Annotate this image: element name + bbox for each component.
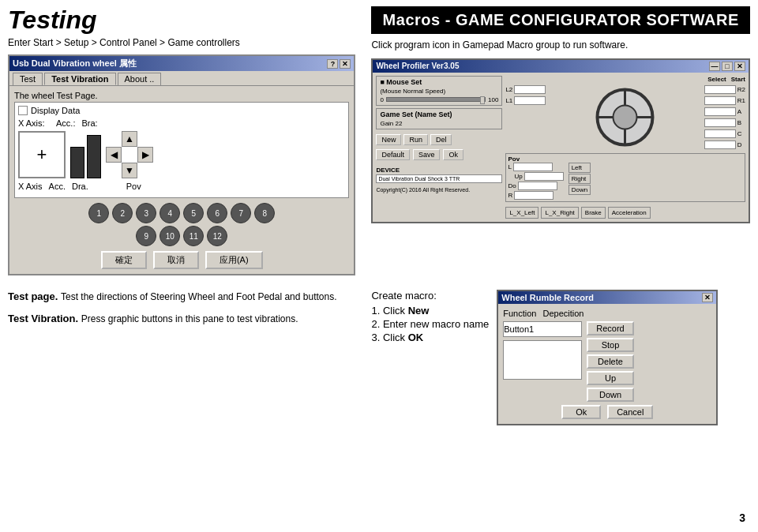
default-button[interactable]: Default xyxy=(376,149,410,160)
dpad-right[interactable]: ▶ xyxy=(137,147,153,163)
up-input[interactable] xyxy=(524,172,564,181)
lx-right-btn[interactable]: L_X_Right xyxy=(541,207,578,219)
game-value: Gain 22 xyxy=(380,120,498,127)
wheel-svg xyxy=(595,88,655,147)
d-input[interactable] xyxy=(704,140,736,149)
acc-bottom: Acc. xyxy=(49,182,66,191)
c-label: C xyxy=(737,130,742,137)
select-label: Select xyxy=(707,76,726,83)
btn-8[interactable]: 8 xyxy=(254,203,275,223)
tab-test[interactable]: Test xyxy=(13,73,43,85)
bar-1 xyxy=(70,147,84,178)
save-button[interactable]: Save xyxy=(413,149,441,160)
tab-test-vibration[interactable]: Test Vibration xyxy=(44,73,115,85)
btn-6[interactable]: 6 xyxy=(207,203,227,223)
mouse-normal-speed: (Mouse Normal Speed) xyxy=(380,88,498,95)
b-input[interactable] xyxy=(704,118,736,127)
btn-7[interactable]: 7 xyxy=(231,203,251,223)
stop-button[interactable]: Stop xyxy=(587,338,633,352)
titlebar-buttons: ? ✕ xyxy=(327,59,351,69)
mouse-set-title: ■ Mouse Set xyxy=(380,78,498,86)
l1-label: L1 xyxy=(505,97,512,104)
dialog-tabs: Test Test Vibration About .. xyxy=(9,71,354,85)
delete-button[interactable]: Delete xyxy=(587,354,633,369)
r1-label: R1 xyxy=(737,97,745,104)
speed-value: 100 xyxy=(488,96,498,103)
r2-input[interactable] xyxy=(704,85,736,94)
dpad-up[interactable]: ▲ xyxy=(122,131,137,147)
macros-title: Macros - GAME CONFIGURATOR SOFTWARE xyxy=(371,6,750,34)
right-buttons: R2 R1 A xyxy=(704,85,745,149)
down-input-btn[interactable]: Down xyxy=(568,185,591,195)
btn-11[interactable]: 11 xyxy=(183,226,204,246)
test-vibration-section: Test Vibration. Press graphic buttons in… xyxy=(8,312,355,326)
acceleration-btn[interactable]: Acceleration xyxy=(608,207,651,219)
r1-input[interactable] xyxy=(704,96,736,105)
display-data-checkbox[interactable] xyxy=(18,106,28,115)
l2-input[interactable] xyxy=(514,85,546,94)
dpad-left[interactable]: ◀ xyxy=(106,147,122,163)
ok-button[interactable]: Ok xyxy=(443,149,463,160)
ok-button[interactable]: Ok xyxy=(561,405,601,419)
profiler-maximize-btn[interactable]: □ xyxy=(722,62,733,71)
new-button[interactable]: New xyxy=(376,134,401,145)
c-input[interactable] xyxy=(704,129,736,138)
usb-dialog-title: Usb Dual Vibration wheel 属性 xyxy=(13,58,137,69)
do-input[interactable] xyxy=(518,182,557,190)
dpad-down[interactable]: ▼ xyxy=(122,163,137,178)
btn-5[interactable]: 5 xyxy=(183,203,204,223)
rumble-btn-col: Record Stop Delete Up Down xyxy=(587,321,633,402)
create-macro-section: Create macro: 1. Click New 2. Enter new … xyxy=(371,290,489,418)
up-button[interactable]: Up xyxy=(587,371,633,385)
tab-about[interactable]: About .. xyxy=(118,73,162,85)
click-program-text: Click program icon in Gamepad Macro grou… xyxy=(371,39,750,52)
speed-slider-row: 0 100 xyxy=(380,96,498,103)
axis-btns-row: L_X_Left L_X_Right Brake Acceleration xyxy=(505,207,745,219)
del-button[interactable]: Del xyxy=(430,134,452,145)
pov-r-row: R xyxy=(508,191,563,200)
btn-2[interactable]: 2 xyxy=(112,203,133,223)
l1-input[interactable] xyxy=(514,96,546,105)
l-input[interactable] xyxy=(513,163,553,171)
r2-row: R2 xyxy=(704,85,745,94)
speed-zero: 0 xyxy=(380,96,383,103)
dra-bottom: Dra. xyxy=(72,182,88,191)
btn-9[interactable]: 9 xyxy=(136,226,156,246)
cancel-button[interactable]: 取消 xyxy=(153,251,199,269)
btn-10[interactable]: 10 xyxy=(159,226,180,246)
cancel-button[interactable]: Cancel xyxy=(607,405,653,419)
r1-row: R1 xyxy=(704,96,745,105)
rumble-close-btn[interactable]: ✕ xyxy=(702,293,713,302)
dpad-empty-tl xyxy=(106,131,122,147)
page-wrapper: Testing Enter Start > Setup > Control Pa… xyxy=(0,0,758,532)
profiler-titlebar: Wheel Profiler Ver3.05 — □ ✕ xyxy=(373,60,749,73)
test-vibration-title: Test Vibration. xyxy=(8,313,81,324)
brake-btn[interactable]: Brake xyxy=(581,207,606,219)
btn-3[interactable]: 3 xyxy=(136,203,156,223)
r-input[interactable] xyxy=(514,191,553,200)
right-input-btn[interactable]: Right xyxy=(568,174,591,184)
close-button[interactable]: ✕ xyxy=(340,59,351,69)
right-column: Macros - GAME CONFIGURATOR SOFTWARE Clic… xyxy=(363,6,750,282)
rumble-input[interactable] xyxy=(503,321,582,337)
speed-slider[interactable] xyxy=(386,97,486,102)
lx-left-btn[interactable]: L_X_Left xyxy=(505,207,538,219)
num-btns-row2: 9 10 11 12 xyxy=(14,226,349,246)
a-input[interactable] xyxy=(704,107,736,116)
record-button[interactable]: Record xyxy=(587,321,633,335)
profiler-minimize-btn[interactable]: — xyxy=(709,62,720,71)
confirm-button[interactable]: 確定 xyxy=(101,251,147,269)
btn-12[interactable]: 12 xyxy=(207,226,227,246)
btn-1[interactable]: 1 xyxy=(88,203,109,223)
run-button[interactable]: Run xyxy=(403,134,428,145)
pov-l-row: L xyxy=(508,163,563,171)
test-page-desc: Test the directions of Steering Wheel an… xyxy=(61,291,337,302)
down-button[interactable]: Down xyxy=(587,388,633,402)
profiler-close-btn[interactable]: ✕ xyxy=(734,62,745,71)
joystick-display: + xyxy=(18,131,66,178)
left-input-btn[interactable]: Left xyxy=(568,163,591,173)
apply-button[interactable]: 应用(A) xyxy=(205,251,263,269)
help-button[interactable]: ? xyxy=(327,59,338,69)
l1-row: L1 xyxy=(505,96,546,105)
btn-4[interactable]: 4 xyxy=(159,203,180,223)
